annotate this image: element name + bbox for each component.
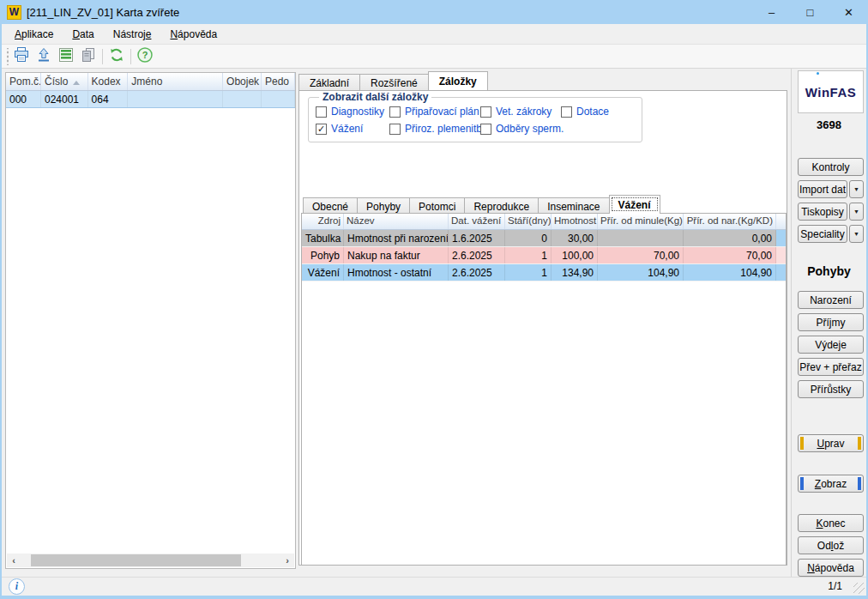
konec-button[interactable]: Konec	[798, 514, 864, 532]
speciality-button[interactable]: Speciality	[798, 225, 847, 243]
column-header-kodex[interactable]: Kodex	[88, 73, 129, 90]
checkbox-dotace[interactable]	[561, 106, 572, 118]
scroll-right-arrow[interactable]: ›	[280, 555, 294, 566]
pohyby-section-title: Pohyby	[792, 264, 866, 278]
animal-row-selected[interactable]: 000 024001 064	[6, 91, 295, 108]
close-button[interactable]: ✕	[829, 0, 868, 24]
scroll-left-arrow[interactable]: ‹	[7, 555, 21, 566]
zalozky-tab-page: Zobrazit další záložky Diagnostiky Připa…	[298, 90, 787, 566]
show-tabs-groupbox: Zobrazit další záložky Diagnostiky Připa…	[308, 97, 642, 142]
checkbox-odbery-sperm[interactable]	[480, 124, 491, 135]
tiskopisy-dropdown-button[interactable]: ▼	[849, 203, 864, 221]
tab-reprodukce[interactable]: Reprodukce	[464, 197, 539, 214]
column-header-pedo[interactable]: Pedo	[262, 73, 295, 90]
narozeni-button[interactable]: Narození	[798, 291, 864, 309]
checkbox-diagnostiky[interactable]	[316, 106, 327, 118]
print-button[interactable]	[10, 46, 33, 67]
prirustky-button[interactable]: Přírůstky	[798, 380, 864, 398]
animal-list-panel: Pom.č. Číslo Kodex Jméno Obojek Pedo 000…	[5, 72, 296, 569]
chevron-down-icon: ▼	[853, 209, 859, 215]
toolbar-grip-handle[interactable]	[4, 48, 10, 65]
uprav-accent-bar	[858, 437, 861, 450]
resize-grip-handle[interactable]	[853, 583, 865, 594]
winfas-logo: WinFAS	[798, 70, 864, 113]
info-icon[interactable]: i	[9, 578, 25, 595]
prev-preraz-button[interactable]: Přev + přeřaz	[798, 358, 864, 376]
zobraz-button[interactable]: Zobraz	[798, 475, 864, 493]
checkbox-label-pripariovaci-plan[interactable]: Připařovací plán	[405, 106, 479, 118]
tab-zalozky[interactable]: Záložky	[428, 71, 488, 90]
table-row[interactable]: Vážení Hmotnost - ostatní 2.6.2025 1 134…	[302, 264, 786, 281]
column-header-zdroj[interactable]: Zdroj	[302, 214, 344, 229]
speciality-dropdown-button[interactable]: ▼	[849, 225, 864, 243]
main-area: Pom.č. Číslo Kodex Jméno Obojek Pedo 000…	[2, 69, 866, 577]
checkbox-pripariovaci-plan[interactable]	[389, 106, 401, 118]
menu-data[interactable]: Data	[63, 26, 103, 43]
column-header-cislo[interactable]: Číslo	[41, 73, 88, 90]
app-window: W [211_LIN_ZV_01] Karta zvířete – □ ✕ Ap…	[0, 0, 868, 599]
titlebar: W [211_LIN_ZV_01] Karta zvířete – □ ✕	[0, 0, 868, 24]
groupbox-title: Zobrazit další záložky	[319, 91, 431, 103]
tab-obecne[interactable]: Obecné	[303, 197, 358, 214]
menu-napoveda[interactable]: Nápověda	[160, 26, 226, 43]
help-button[interactable]: ?	[134, 46, 156, 67]
tab-potomci[interactable]: Potomci	[409, 197, 465, 214]
list-button[interactable]	[55, 46, 77, 67]
column-header-prir-od-minule[interactable]: Přír. od minule(Kg)	[598, 214, 684, 229]
copy-button[interactable]	[77, 46, 99, 67]
column-header-stari[interactable]: Stáří(dny)	[505, 214, 552, 229]
checkbox-vet-zakroky[interactable]	[480, 106, 491, 118]
checkbox-label-diagnostiky[interactable]: Diagnostiky	[331, 106, 384, 118]
refresh-button[interactable]	[105, 46, 128, 67]
statusbar: i 1/1	[2, 577, 866, 596]
tab-vazeni[interactable]: Vážení	[609, 195, 660, 214]
checkbox-label-dotace[interactable]: Dotace	[576, 106, 609, 118]
logo-i-dot	[817, 72, 819, 75]
form-number: 3698	[792, 118, 866, 131]
help-icon: ?	[136, 46, 154, 66]
column-header-prir-od-nar[interactable]: Přír. od nar.(Kg/KD)	[684, 214, 776, 229]
napoveda-button[interactable]: Nápověda	[798, 559, 864, 577]
tab-zakladni[interactable]: Základní	[298, 74, 360, 90]
copy-document-icon	[80, 46, 97, 66]
svg-text:?: ?	[142, 50, 148, 60]
import-dat-dropdown-button[interactable]: ▼	[849, 180, 864, 198]
menu-aplikace[interactable]: Aplikace	[5, 26, 63, 43]
uprav-button[interactable]: Uprav	[798, 434, 864, 452]
scrollbar-track[interactable]	[21, 554, 280, 567]
sort-ascending-icon	[73, 81, 80, 85]
outer-tab-strip: Základní Rozšířené Záložky	[298, 72, 487, 90]
prijmy-button[interactable]: Příjmy	[798, 313, 864, 331]
column-header-hmotnost[interactable]: Hmotnost	[552, 214, 598, 229]
import-dat-button[interactable]: Import dat	[798, 180, 847, 198]
maximize-button[interactable]: □	[791, 0, 829, 24]
menu-nastroje[interactable]: Nástroje	[104, 26, 161, 43]
vydeje-button[interactable]: Výdeje	[798, 336, 864, 354]
checkbox-label-odbery-sperm[interactable]: Odběry sperm.	[496, 123, 564, 135]
table-row[interactable]: Pohyb Nakup na faktur 2.6.2025 1 100,00 …	[302, 247, 786, 264]
odloz-button[interactable]: Odlož	[798, 536, 864, 554]
column-header-obojek[interactable]: Obojek	[223, 73, 262, 90]
printer-icon	[13, 46, 30, 66]
kontroly-button[interactable]: Kontroly	[798, 158, 864, 176]
tab-inseminace[interactable]: Inseminace	[538, 197, 609, 214]
minimize-button[interactable]: –	[752, 0, 791, 24]
tab-rozsirene[interactable]: Rozšířené	[359, 74, 429, 90]
checkbox-label-vet-zakroky[interactable]: Vet. zákroky	[496, 106, 552, 118]
column-header-pom-c[interactable]: Pom.č.	[6, 73, 41, 90]
table-row[interactable]: Tabulka Hmotnost při narození 1.6.2025 0…	[302, 230, 786, 247]
tab-pohyby[interactable]: Pohyby	[357, 197, 410, 214]
column-header-jmeno[interactable]: Jméno	[128, 73, 223, 90]
checkbox-label-priroz-plemenitba[interactable]: Přiroz. plemenitba	[405, 123, 488, 135]
refresh-icon	[108, 46, 125, 66]
checkbox-priroz-plemenitba[interactable]	[389, 124, 401, 135]
horizontal-scrollbar[interactable]: ‹ ›	[7, 554, 294, 567]
tiskopisy-button[interactable]: Tiskopisy	[798, 203, 847, 221]
weighing-table: Zdroj Název Dat. vážení Stáří(dny) Hmotn…	[301, 213, 787, 566]
export-button[interactable]	[33, 46, 55, 67]
column-header-dat-vazeni[interactable]: Dat. vážení	[449, 214, 505, 229]
checkbox-vazeni[interactable]: ✓	[316, 124, 327, 135]
scrollbar-thumb[interactable]	[31, 554, 241, 566]
checkbox-label-vazeni[interactable]: Vážení	[331, 123, 363, 135]
column-header-nazev[interactable]: Název	[344, 214, 449, 229]
